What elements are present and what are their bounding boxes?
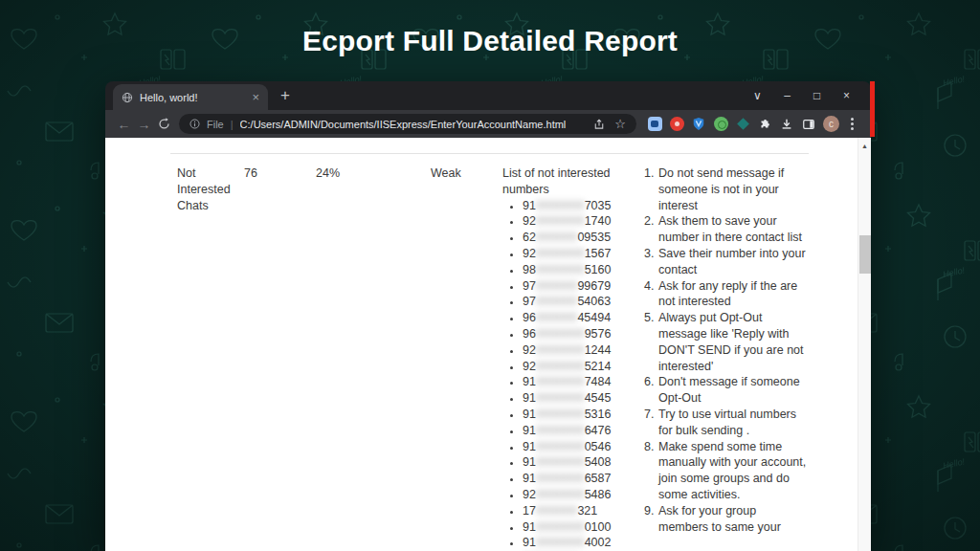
number-suffix: 4545 <box>585 391 612 405</box>
number-suffix: 5214 <box>585 360 612 373</box>
extensions-puzzle-icon[interactable] <box>757 117 772 132</box>
tab-title: Hello, world! <box>140 92 245 103</box>
extensions-row: c <box>647 116 858 132</box>
row-strength: Weak <box>431 165 502 182</box>
number-prefix: 62 <box>523 231 536 244</box>
number-prefix: 91 <box>523 408 536 421</box>
page-content: Not Interested Chats 76 24% Weak List of… <box>105 138 871 551</box>
browser-window: Hello, world! × + ∨ – □ × ← → <box>105 81 871 551</box>
suggestion-item: Ask for your group members to same your <box>657 503 809 536</box>
suggestion-item: Make spend some time manually with your … <box>657 439 809 503</box>
number-suffix: 1244 <box>585 343 612 357</box>
redacted-digits: 0000000 <box>536 246 585 262</box>
redacted-digits: 000000 <box>536 294 578 310</box>
phone-number-item: 9700000054063 <box>523 294 620 310</box>
suggestion-item: Do not send message if someone is not in… <box>657 165 809 213</box>
profile-avatar[interactable]: c <box>823 116 839 132</box>
redacted-digits: 0000000 <box>536 359 585 375</box>
back-icon[interactable]: ← <box>114 118 134 131</box>
number-prefix: 92 <box>523 214 536 228</box>
redacted-digits: 0000000 <box>536 454 585 471</box>
number-prefix: 91 <box>523 455 536 469</box>
number-suffix: 4002 <box>585 536 612 549</box>
redacted-digits: 0000000 <box>536 471 585 487</box>
phone-number-item: 9200000001567 <box>523 246 620 262</box>
redacted-digits: 0000000 <box>536 342 585 359</box>
suggestion-item: Ask them to save your number in there co… <box>657 213 809 246</box>
phone-number-item: 9600000045494 <box>523 310 620 326</box>
share-icon[interactable] <box>593 119 605 130</box>
suggestion-list: Do not send message if someone is not in… <box>641 165 809 535</box>
number-prefix: 91 <box>523 536 536 549</box>
phone-number-item: 9100000004545 <box>523 390 620 407</box>
phone-number-item: 17000000321 <box>523 503 620 519</box>
redacted-digits: 0000000 <box>536 439 585 455</box>
reload-icon[interactable] <box>154 118 174 130</box>
scrollbar-thumb[interactable] <box>859 235 871 274</box>
phone-number-item: 9200000001740 <box>523 213 620 230</box>
row-label: Not Interested Chats <box>170 165 244 213</box>
browser-tab[interactable]: Hello, world! × <box>113 84 268 110</box>
phone-number-item: 9100000007035 <box>523 198 620 214</box>
number-prefix: 92 <box>523 360 536 373</box>
window-controls: ∨ – □ × <box>743 81 861 110</box>
number-prefix: 91 <box>523 375 536 388</box>
phone-number-item: 9100000005316 <box>523 407 620 423</box>
suggestion-item: Ask for any reply if the are not interes… <box>657 278 809 311</box>
redacted-digits: 0000000 <box>536 487 585 503</box>
number-suffix: 1740 <box>585 214 612 228</box>
number-prefix: 92 <box>523 247 536 260</box>
menu-kebab-icon[interactable] <box>846 116 858 132</box>
number-suffix: 5160 <box>585 263 612 276</box>
number-prefix: 91 <box>523 472 536 485</box>
report-table: Not Interested Chats 76 24% Weak List of… <box>170 153 809 551</box>
extension-shield-icon[interactable] <box>691 117 706 132</box>
redacted-digits: 0000000 <box>536 213 585 230</box>
minimize-icon[interactable]: – <box>772 81 802 110</box>
extension-diamond-icon[interactable] <box>735 117 750 132</box>
browser-tab-bar: Hello, world! × + ∨ – □ × <box>105 81 871 110</box>
extension-red-icon[interactable] <box>669 117 684 132</box>
downloads-icon[interactable] <box>779 117 794 132</box>
phone-number-item: 9200000001244 <box>523 342 620 359</box>
number-suffix: 9576 <box>585 327 612 341</box>
number-suffix: 1567 <box>585 247 612 260</box>
close-icon[interactable]: × <box>832 81 861 110</box>
row-count: 76 <box>244 165 316 182</box>
tab-close-icon[interactable]: × <box>252 91 259 103</box>
extension-capture-icon[interactable] <box>647 117 662 132</box>
maximize-icon[interactable]: □ <box>802 81 832 110</box>
redacted-digits: 000000 <box>536 230 578 246</box>
redacted-digits: 000000 <box>536 503 578 519</box>
address-bar[interactable]: File | C:/Users/ADMIN/Documents/IISExpre… <box>179 114 636 134</box>
number-suffix: 0100 <box>585 520 612 534</box>
page-info-icon[interactable] <box>189 119 200 129</box>
number-suffix: 6587 <box>585 472 612 485</box>
redacted-digits: 000000 <box>536 278 578 295</box>
recording-indicator-strip <box>870 81 875 137</box>
suggestion-item: Always put Opt-Out message like 'Reply w… <box>657 310 809 374</box>
new-tab-button[interactable]: + <box>280 87 290 105</box>
restore-down-icon[interactable]: ∨ <box>743 81 772 110</box>
phone-number-item: 9100000005408 <box>523 454 620 471</box>
number-suffix: 7035 <box>585 199 612 212</box>
number-prefix: 91 <box>523 520 536 534</box>
bookmark-star-icon[interactable]: ☆ <box>614 118 626 130</box>
side-panel-icon[interactable] <box>801 117 816 132</box>
scrollbar-up-icon[interactable]: ▲ <box>858 138 871 149</box>
table-row: Not Interested Chats 76 24% Weak List of… <box>170 153 809 551</box>
number-prefix: 17 <box>523 504 536 518</box>
url-path[interactable]: C:/Users/ADMIN/Documents/IISExpress/Ente… <box>240 119 588 130</box>
page-title: Ecport Full Detailed Report <box>0 25 980 57</box>
forward-icon[interactable]: → <box>134 118 154 131</box>
number-suffix: 5486 <box>585 488 612 501</box>
phone-number-item: 9100000000100 <box>523 519 620 536</box>
extension-green-icon[interactable] <box>713 117 728 132</box>
phone-number-item: 9700000099679 <box>523 278 620 295</box>
phone-number-item: 9600000009576 <box>523 326 620 342</box>
suggestions-column: Do not send message if someone is not in… <box>641 165 809 535</box>
page-scrollbar[interactable]: ▲ <box>858 138 871 551</box>
number-suffix: 7484 <box>585 375 612 388</box>
suggestion-item: Save their number into your contact <box>657 246 809 278</box>
redacted-digits: 0000000 <box>536 407 585 423</box>
